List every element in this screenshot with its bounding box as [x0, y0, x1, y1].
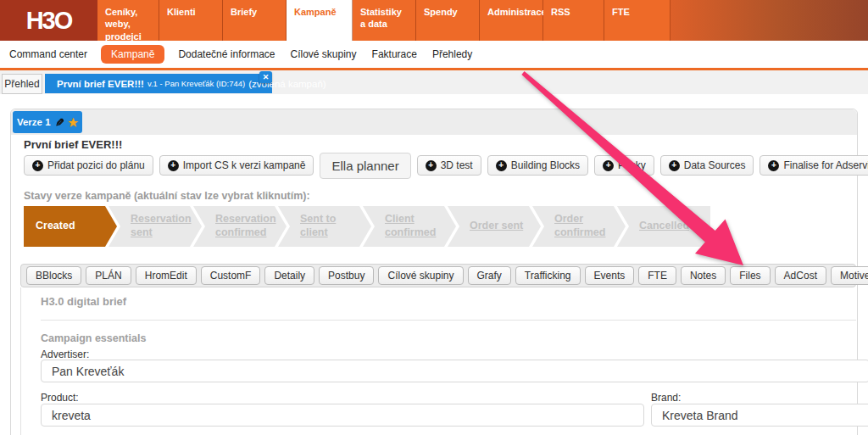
- subnav-item-command-center[interactable]: Command center: [8, 46, 89, 63]
- top-nav: H3O Ceníky, weby, prodejci Klienti Brief…: [0, 0, 868, 41]
- stage-order-sent[interactable]: Order sent: [448, 206, 541, 247]
- subnav-item-prehledy[interactable]: Přehledy: [431, 46, 474, 63]
- stage-reservation-sent-label: Reservation sent: [131, 213, 197, 239]
- stage-order-sent-label: Order sent: [470, 220, 536, 233]
- plus-circle-icon: +: [603, 160, 614, 171]
- ella-planner-button[interactable]: Ella planner: [320, 153, 410, 179]
- top-nav-filler: [670, 0, 868, 41]
- product-field[interactable]: [41, 404, 644, 427]
- tab-notes[interactable]: Notes: [681, 266, 726, 285]
- stage-sent-to-client-label: Sent to client: [300, 213, 366, 239]
- import-cs-label: Import CS k verzi kampaně: [183, 159, 306, 171]
- product-label: Product:: [41, 392, 79, 404]
- plus-circle-icon: +: [426, 160, 437, 171]
- plus-circle-icon: +: [168, 160, 179, 171]
- section-divider: [41, 320, 856, 321]
- top-nav-item-briefy[interactable]: Briefy: [223, 0, 287, 41]
- tab-bblocks[interactable]: BBlocks: [26, 266, 81, 285]
- brand-field[interactable]: [651, 404, 868, 427]
- stages-label: Stavy verze kampaně (aktuální stav lze v…: [24, 190, 310, 202]
- data-sources-button[interactable]: + Data Sources: [660, 155, 754, 176]
- advertiser-label: Advertiser:: [41, 349, 89, 360]
- stage-client-confirmed-label: Client confirmed: [385, 213, 451, 239]
- plus-circle-icon: +: [768, 160, 779, 171]
- top-nav-item-kampane[interactable]: Kampaně: [287, 0, 353, 41]
- add-position-label: Přidat pozici do plánu: [47, 159, 145, 171]
- stage-created[interactable]: Created: [24, 206, 117, 247]
- stage-cancelled[interactable]: Cancelled: [617, 206, 710, 247]
- tab-customf[interactable]: CustomF: [201, 266, 261, 285]
- tab-grafy[interactable]: Grafy: [468, 266, 511, 285]
- stage-order-confirmed[interactable]: Order confirmed: [532, 206, 626, 247]
- top-nav-item-fte[interactable]: FTE: [604, 0, 670, 41]
- action-button-row: + Přidat pozici do plánu + Import CS k v…: [24, 151, 837, 180]
- tab-motives[interactable]: Motives: [831, 266, 868, 285]
- panel-header-strip: [11, 109, 857, 135]
- detail-tab-bar: BBlocks PLÁN HromEdit CustomF Detaily Po…: [20, 264, 856, 287]
- subnav-item-cilove-skupiny[interactable]: Cílové skupiny: [289, 46, 359, 63]
- tab-trafficking[interactable]: Trafficking: [515, 266, 581, 285]
- plus-circle-icon: +: [496, 160, 507, 171]
- advertiser-field[interactable]: [41, 360, 868, 382]
- data-sources-label: Data Sources: [684, 159, 746, 171]
- tab-files[interactable]: Files: [730, 266, 770, 285]
- 3d-test-button[interactable]: + 3D test: [417, 155, 481, 176]
- packy-button[interactable]: + Packy: [594, 155, 654, 176]
- top-nav-item-klienti[interactable]: Klienti: [159, 0, 223, 41]
- app-window: H3O Ceníky, weby, prodejci Klienti Brief…: [0, 0, 868, 435]
- stage-order-confirmed-label: Order confirmed: [554, 213, 620, 239]
- plus-circle-icon: +: [669, 160, 680, 171]
- add-position-button[interactable]: + Přidat pozici do plánu: [24, 155, 153, 176]
- tab-cilove-skupiny[interactable]: Cílové skupiny: [378, 266, 463, 285]
- stage-reservation-confirmed-label: Reservation confirmed: [215, 213, 281, 239]
- subnav-item-fakturace[interactable]: Fakturace: [370, 46, 419, 63]
- top-nav-item-spendy[interactable]: Spendy: [416, 0, 480, 41]
- tab-hromedit[interactable]: HromEdit: [136, 266, 197, 285]
- import-cs-button[interactable]: + Import CS k verzi kampaně: [159, 155, 314, 176]
- campaign-tab-title: První brief EVER!!!: [57, 79, 144, 89]
- campaign-title: První brief EVER!!!: [24, 138, 122, 151]
- tab-prehled[interactable]: Přehled: [2, 74, 42, 94]
- verze-label: Verze 1: [17, 117, 51, 127]
- plus-circle-icon: +: [32, 160, 43, 171]
- tab-postbuy[interactable]: Postbuy: [319, 266, 374, 285]
- building-blocks-button[interactable]: + Building Blocks: [487, 155, 588, 176]
- top-nav-item-rss[interactable]: RSS: [543, 0, 604, 41]
- tab-events[interactable]: Events: [585, 266, 635, 285]
- tab-plan[interactable]: PLÁN: [86, 266, 131, 285]
- top-nav-item-ceniky[interactable]: Ceníky, weby, prodejci: [97, 0, 159, 41]
- stage-reservation-sent[interactable]: Reservation sent: [108, 206, 202, 247]
- ella-planner-label: Ella planner: [331, 159, 398, 173]
- 3d-test-label: 3D test: [441, 159, 473, 171]
- campaign-essentials-heading: Campaign essentials: [41, 332, 146, 344]
- subnav-item-kampane-active[interactable]: Kampaně: [101, 45, 164, 64]
- top-nav-item-statistiky[interactable]: Statistiky a data: [353, 0, 416, 41]
- top-nav-item-administrace[interactable]: Administrace: [480, 0, 543, 41]
- stage-client-confirmed[interactable]: Client confirmed: [363, 206, 456, 247]
- tab-detaily[interactable]: Detaily: [264, 266, 314, 285]
- tab-verze-1[interactable]: Verze 1 ✎ ★: [13, 111, 82, 133]
- tab-adcost[interactable]: AdCost: [775, 266, 826, 285]
- brief-heading: H3.0 digital brief: [41, 295, 126, 308]
- stage-cancelled-label: Cancelled: [639, 220, 705, 233]
- tab-fte[interactable]: FTE: [638, 266, 676, 285]
- stage-created-label: Created: [36, 220, 112, 233]
- stage-bar: Created Reservation sent Reservation con…: [24, 206, 712, 247]
- stage-reservation-confirmed[interactable]: Reservation confirmed: [193, 206, 287, 247]
- brand-label: Brand:: [651, 392, 681, 404]
- app-logo[interactable]: H3O: [0, 0, 97, 41]
- secondary-nav: Command center Kampaně Dodatečné informa…: [0, 41, 868, 68]
- pencil-icon[interactable]: ✎: [55, 116, 64, 129]
- subnav-item-dodatecne-informace[interactable]: Dodatečné informace: [176, 46, 276, 63]
- tab-campaign[interactable]: První brief EVER!!! v.1 - Pan Kreveťák (…: [45, 74, 272, 93]
- campaign-tab-meta: v.1 - Pan Kreveťák (ID:744): [147, 79, 245, 88]
- packy-label: Packy: [618, 159, 646, 171]
- star-icon[interactable]: ★: [68, 116, 78, 129]
- finalise-adserving-button[interactable]: + Finalise for Adserving: [760, 155, 868, 176]
- building-blocks-label: Building Blocks: [511, 159, 580, 171]
- stage-sent-to-client[interactable]: Sent to client: [278, 206, 371, 247]
- finalise-adserving-label: Finalise for Adserving: [783, 159, 868, 171]
- close-icon[interactable]: ✕: [259, 71, 272, 83]
